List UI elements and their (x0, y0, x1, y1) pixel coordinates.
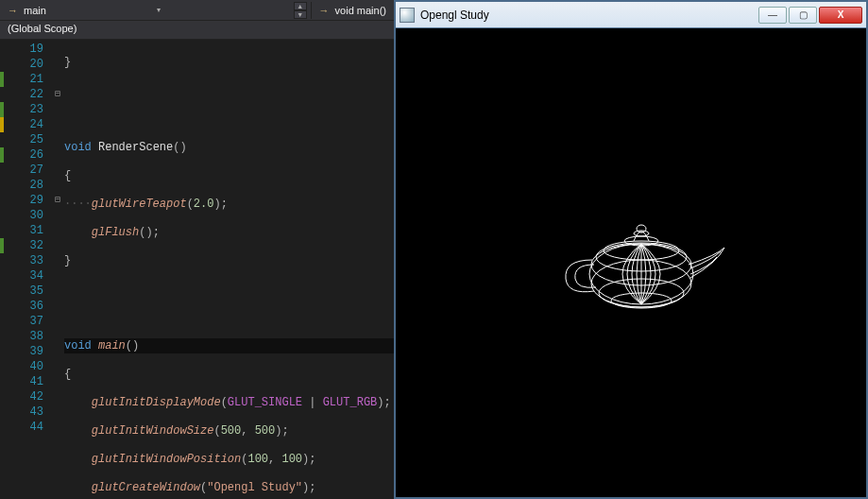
line-number: 22 (0, 87, 51, 102)
scope-label: (Global Scope) (8, 23, 77, 34)
window-title: Opengl Study (420, 9, 757, 22)
line-number: 40 (0, 359, 51, 374)
navigation-bar: → main ▾ ▲ ▼ → void main() (0, 0, 394, 21)
line-number: 31 (0, 223, 51, 238)
line-number: 29 (0, 193, 51, 208)
stepper-down-icon[interactable]: ▼ (294, 10, 307, 19)
chevron-down-icon: ▾ (157, 6, 161, 14)
close-icon: X (838, 9, 844, 20)
line-number: 24 (0, 117, 51, 132)
scope-dropdown-1[interactable]: → main ▾ (4, 2, 164, 19)
line-number: 38 (0, 329, 51, 344)
minimize-button[interactable]: — (758, 7, 787, 24)
fold-toggle-icon[interactable]: ⊟ (51, 87, 64, 102)
fold-toggle-icon[interactable]: ⊟ (51, 193, 64, 208)
separator (311, 2, 312, 19)
line-number: 20 (0, 57, 51, 72)
line-number-gutter: 19 20 21 22 23 24 25 26 27 28 29 30 31 3… (0, 40, 51, 499)
window-titlebar[interactable]: Opengl Study — ▢ X (396, 2, 866, 28)
line-number: 26 (0, 147, 51, 163)
code-area: 19 20 21 22 23 24 25 26 27 28 29 30 31 3… (0, 40, 394, 499)
dropdown-2-label: void main() (335, 5, 386, 16)
line-number: 43 (0, 404, 51, 420)
line-number: 39 (0, 344, 51, 359)
code-editor-pane: → main ▾ ▲ ▼ → void main() (Global Scope… (0, 0, 394, 499)
line-number: 21 (0, 72, 51, 87)
line-number: 32 (0, 238, 51, 253)
dropdown-1-label: main (24, 5, 46, 16)
maximize-icon: ▢ (799, 9, 808, 20)
line-number: 37 (0, 314, 51, 329)
stepper[interactable]: ▲ ▼ (294, 2, 307, 19)
code-text[interactable]: } void RenderScene() { ····glutWireTeapo… (64, 40, 394, 499)
line-number: 27 (0, 163, 51, 178)
maximize-button[interactable]: ▢ (789, 7, 817, 24)
line-number: 30 (0, 208, 51, 223)
line-number: 44 (0, 420, 51, 435)
line-number: 25 (0, 132, 51, 147)
line-number: 42 (0, 389, 51, 404)
scope-dropdown-2[interactable]: → void main() (315, 2, 390, 19)
stepper-up-icon[interactable]: ▲ (294, 2, 307, 10)
fold-column: ⊟ ⊟ (51, 40, 64, 499)
scope-bar[interactable]: (Global Scope) (0, 21, 394, 40)
line-number: 34 (0, 268, 51, 284)
line-number: 28 (0, 178, 51, 193)
line-number: 19 (0, 42, 51, 57)
opengl-canvas (396, 28, 866, 497)
teapot-wireframe-icon (547, 208, 736, 321)
arrow-icon: → (319, 5, 330, 16)
minimize-icon: — (768, 9, 777, 20)
app-icon (400, 8, 415, 23)
line-number: 35 (0, 284, 51, 299)
arrow-icon: → (8, 5, 18, 16)
line-number: 23 (0, 102, 51, 117)
line-number: 33 (0, 253, 51, 268)
line-number: 41 (0, 374, 51, 389)
line-number: 36 (0, 299, 51, 314)
close-button[interactable]: X (819, 7, 862, 24)
opengl-output-window: Opengl Study — ▢ X (394, 0, 868, 499)
